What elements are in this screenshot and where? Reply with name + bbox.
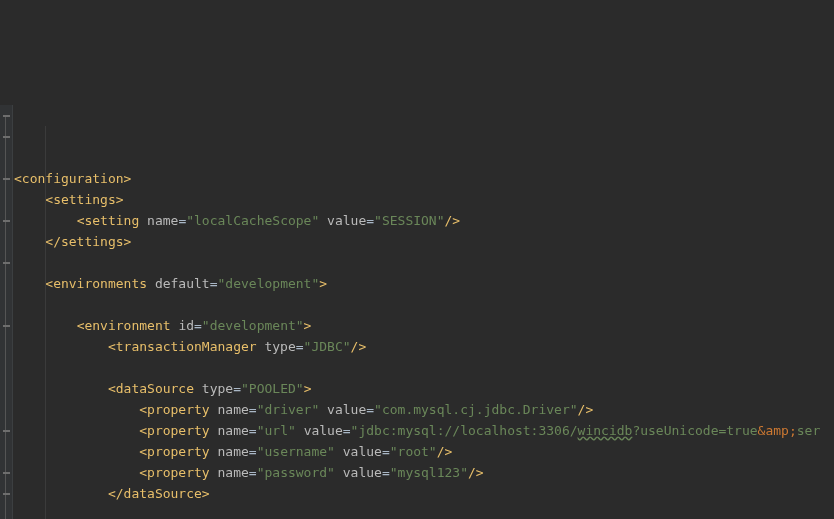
fold-marker[interactable] <box>3 178 10 180</box>
code-line[interactable]: <environment id="development"> <box>14 315 834 336</box>
code-line[interactable]: </settings> <box>14 231 834 252</box>
fold-marker[interactable] <box>3 430 10 432</box>
fold-marker[interactable] <box>3 262 10 264</box>
gutter <box>0 105 13 519</box>
fold-marker[interactable] <box>3 220 10 222</box>
fold-marker[interactable] <box>3 493 10 495</box>
fold-marker[interactable] <box>3 115 10 117</box>
code-line[interactable]: <configuration> <box>14 168 834 189</box>
code-line[interactable]: <property name="driver" value="com.mysql… <box>14 399 834 420</box>
fold-marker[interactable] <box>3 136 10 138</box>
code-line[interactable] <box>14 357 834 378</box>
code-area[interactable]: <configuration> <settings> <setting name… <box>14 105 834 519</box>
code-line[interactable]: <setting name="localCacheScope" value="S… <box>14 210 834 231</box>
code-line[interactable]: <settings> <box>14 189 834 210</box>
code-line[interactable]: <property name="username" value="root"/> <box>14 441 834 462</box>
code-line[interactable]: <property name="password" value="mysql12… <box>14 462 834 483</box>
code-line[interactable]: <property name="url" value="jdbc:mysql:/… <box>14 420 834 441</box>
code-line[interactable] <box>14 504 834 519</box>
code-line[interactable]: </dataSource> <box>14 483 834 504</box>
fold-marker[interactable] <box>3 472 10 474</box>
fold-marker[interactable] <box>3 325 10 327</box>
code-line[interactable]: <environments default="development"> <box>14 273 834 294</box>
code-editor[interactable]: <configuration> <settings> <setting name… <box>0 105 834 519</box>
code-line[interactable] <box>14 252 834 273</box>
code-line[interactable]: <transactionManager type="JDBC"/> <box>14 336 834 357</box>
code-line[interactable]: <dataSource type="POOLED"> <box>14 378 834 399</box>
code-line[interactable] <box>14 294 834 315</box>
